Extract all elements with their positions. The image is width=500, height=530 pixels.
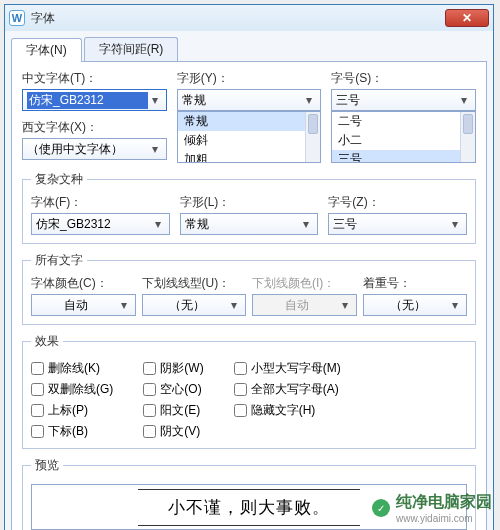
allcaps-label: 全部大写字母(A) xyxy=(251,381,339,398)
emphasis-value: （无） xyxy=(368,297,449,314)
all-text-group: 所有文字 字体颜色(C)： 自动 ▾ 下划线线型(U)： （无） ▾ xyxy=(22,252,476,325)
hollow-label: 空心(O) xyxy=(160,381,201,398)
list-item[interactable]: 二号 xyxy=(332,112,475,131)
west-font-label: 西文字体(X)： xyxy=(22,119,167,136)
sub-label: 下标(B) xyxy=(48,423,88,440)
emphasis-combo[interactable]: （无） ▾ xyxy=(363,294,468,316)
complex-font-value: 仿宋_GB2312 xyxy=(36,216,151,233)
cn-size-value: 三号 xyxy=(336,92,457,109)
smallcaps-label: 小型大写字母(M) xyxy=(251,360,341,377)
sup-label: 上标(P) xyxy=(48,402,88,419)
cn-font-value: 仿宋_GB2312 xyxy=(27,92,148,109)
complex-style-value: 常规 xyxy=(185,216,300,233)
cn-style-label: 字形(Y)： xyxy=(177,70,322,87)
tabstrip: 字体(N) 字符间距(R) xyxy=(11,37,487,62)
west-font-value: （使用中文字体） xyxy=(27,141,148,158)
cn-style-combo[interactable]: 常规 ▾ xyxy=(177,89,322,111)
watermark: ✓ 纯净电脑家园 www.yidaimi.com xyxy=(372,492,492,524)
emboss-checkbox[interactable]: 阳文(E) xyxy=(143,402,203,419)
underline-style-combo[interactable]: （无） ▾ xyxy=(142,294,247,316)
hidden-checkbox[interactable]: 隐藏文字(H) xyxy=(234,402,341,419)
strike-label: 删除线(K) xyxy=(48,360,100,377)
titlebar: W 字体 ✕ xyxy=(5,5,493,31)
subscript-checkbox[interactable]: 下标(B) xyxy=(31,423,113,440)
complex-font-label: 字体(F)： xyxy=(31,194,170,211)
font-dialog: W 字体 ✕ 字体(N) 字符间距(R) 中文字体(T)： 仿宋_GB2312 … xyxy=(4,4,494,530)
emphasis-label: 着重号： xyxy=(363,275,468,292)
list-item[interactable]: 常规 xyxy=(178,112,321,131)
tab-char-spacing[interactable]: 字符间距(R) xyxy=(84,37,179,61)
scrollbar[interactable] xyxy=(460,112,475,162)
dstrike-checkbox[interactable]: 双删除线(G) xyxy=(31,381,113,398)
preview-sample: 小不谨，则大事败。 xyxy=(138,489,360,526)
font-color-label: 字体颜色(C)： xyxy=(31,275,136,292)
superscript-checkbox[interactable]: 上标(P) xyxy=(31,402,113,419)
underline-style-label: 下划线线型(U)： xyxy=(142,275,247,292)
chevron-down-icon: ▾ xyxy=(117,298,131,312)
scroll-thumb[interactable] xyxy=(308,114,318,134)
west-font-combo[interactable]: （使用中文字体） ▾ xyxy=(22,138,167,160)
close-button[interactable]: ✕ xyxy=(445,9,489,27)
effects-group: 效果 删除线(K) 双删除线(G) 上标(P) 下标(B) 阴影(W) 空心(O… xyxy=(22,333,476,449)
tab-panel-font: 中文字体(T)： 仿宋_GB2312 ▾ 西文字体(X)： （使用中文字体） ▾… xyxy=(11,62,487,530)
font-color-value: 自动 xyxy=(36,297,117,314)
cn-size-list[interactable]: 二号 小二 三号 xyxy=(331,111,476,163)
font-color-combo[interactable]: 自动 ▾ xyxy=(31,294,136,316)
chevron-down-icon: ▾ xyxy=(148,93,162,107)
chevron-down-icon: ▾ xyxy=(148,142,162,156)
list-item[interactable]: 小二 xyxy=(332,131,475,150)
complex-size-combo[interactable]: 三号 ▾ xyxy=(328,213,467,235)
client-area: 字体(N) 字符间距(R) 中文字体(T)： 仿宋_GB2312 ▾ 西文字体(… xyxy=(5,31,493,530)
smallcaps-checkbox[interactable]: 小型大写字母(M) xyxy=(234,360,341,377)
list-item[interactable]: 倾斜 xyxy=(178,131,321,150)
chevron-down-icon: ▾ xyxy=(338,298,352,312)
list-item[interactable]: 加粗 xyxy=(178,150,321,163)
chevron-down-icon: ▾ xyxy=(302,93,316,107)
allcaps-checkbox[interactable]: 全部大写字母(A) xyxy=(234,381,341,398)
dstrike-label: 双删除线(G) xyxy=(48,381,113,398)
complex-style-combo[interactable]: 常规 ▾ xyxy=(180,213,319,235)
cn-style-value: 常规 xyxy=(182,92,303,109)
cn-style-list[interactable]: 常规 倾斜 加粗 xyxy=(177,111,322,163)
underline-style-value: （无） xyxy=(147,297,228,314)
hidden-label: 隐藏文字(H) xyxy=(251,402,316,419)
complex-size-value: 三号 xyxy=(333,216,448,233)
complex-font-combo[interactable]: 仿宋_GB2312 ▾ xyxy=(31,213,170,235)
preview-legend: 预览 xyxy=(31,457,63,474)
cn-size-label: 字号(S)： xyxy=(331,70,476,87)
chevron-down-icon: ▾ xyxy=(457,93,471,107)
list-item[interactable]: 三号 xyxy=(332,150,475,163)
scroll-thumb[interactable] xyxy=(463,114,473,134)
window-title: 字体 xyxy=(31,10,55,27)
complex-scripts-group: 复杂文种 字体(F)： 仿宋_GB2312 ▾ 字形(L)： 常规 ▾ xyxy=(22,171,476,244)
hollow-checkbox[interactable]: 空心(O) xyxy=(143,381,203,398)
chevron-down-icon: ▾ xyxy=(299,217,313,231)
watermark-logo-icon: ✓ xyxy=(372,499,390,517)
strike-checkbox[interactable]: 删除线(K) xyxy=(31,360,113,377)
underline-color-label: 下划线颜色(I)： xyxy=(252,275,357,292)
shadow-label: 阴影(W) xyxy=(160,360,203,377)
shadow-checkbox[interactable]: 阴影(W) xyxy=(143,360,203,377)
engrave-checkbox[interactable]: 阴文(V) xyxy=(143,423,203,440)
app-icon: W xyxy=(9,10,25,26)
emboss-label: 阳文(E) xyxy=(160,402,200,419)
watermark-text: 纯净电脑家园 xyxy=(396,492,492,513)
chevron-down-icon: ▾ xyxy=(448,298,462,312)
complex-style-label: 字形(L)： xyxy=(180,194,319,211)
underline-color-value: 自动 xyxy=(257,297,338,314)
cn-size-combo[interactable]: 三号 ▾ xyxy=(331,89,476,111)
effects-legend: 效果 xyxy=(31,333,63,350)
tab-font[interactable]: 字体(N) xyxy=(11,38,82,62)
chevron-down-icon: ▾ xyxy=(227,298,241,312)
scrollbar[interactable] xyxy=(305,112,320,162)
chevron-down-icon: ▾ xyxy=(151,217,165,231)
complex-size-label: 字号(Z)： xyxy=(328,194,467,211)
watermark-url: www.yidaimi.com xyxy=(396,513,492,524)
engrave-label: 阴文(V) xyxy=(160,423,200,440)
chevron-down-icon: ▾ xyxy=(448,217,462,231)
underline-color-combo: 自动 ▾ xyxy=(252,294,357,316)
complex-legend: 复杂文种 xyxy=(31,171,87,188)
cn-font-combo[interactable]: 仿宋_GB2312 ▾ xyxy=(22,89,167,111)
alltext-legend: 所有文字 xyxy=(31,252,87,269)
cn-font-label: 中文字体(T)： xyxy=(22,70,167,87)
